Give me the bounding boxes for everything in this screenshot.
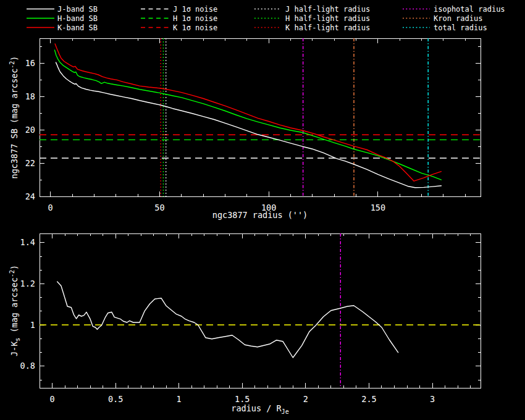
- y-axis-label: ngc3877 SB (mag arcsec-2): [9, 56, 19, 179]
- series-k-band-sb: [55, 44, 441, 181]
- y-tick-label: 1.2: [20, 279, 35, 288]
- figure: J-band SBH-band SBK-band SBJ 1σ noiseH 1…: [0, 0, 525, 420]
- legend-item-total-radius: total radius: [403, 23, 487, 32]
- y-tick-label: 1: [30, 320, 35, 330]
- series-j-ks-color: [57, 282, 398, 358]
- x-tick-label: 2: [303, 394, 308, 404]
- legend-label: H half-light radius: [285, 14, 370, 23]
- x-tick-label: 150: [371, 203, 385, 212]
- x-tick-label: 0.5: [108, 394, 123, 404]
- legend-label: J half-light radius: [285, 5, 370, 14]
- legend-item-j-band-sb: J-band SB: [27, 5, 98, 14]
- legend-item-k-band-sb: K-band SB: [27, 23, 98, 32]
- legend-item-k-1-noise: K 1σ noise: [141, 23, 217, 32]
- legend-label: K-band SB: [57, 23, 98, 32]
- legend-label: H-band SB: [57, 14, 98, 23]
- y-tick-label: 18: [25, 91, 35, 101]
- series-j-band-sb: [56, 62, 442, 188]
- legend-label: J-band SB: [57, 5, 98, 14]
- legend-item-h-half-light-radius: H half-light radius: [254, 14, 370, 23]
- y-tick-label: 22: [25, 158, 35, 168]
- legend-label: Kron radius: [434, 14, 482, 23]
- y-tick-label: 24: [25, 191, 35, 201]
- legend-label: H 1σ noise: [173, 14, 217, 23]
- y-axis-label: J-Ks (mag arcsec-2): [9, 265, 21, 356]
- top-panel: 0501001501618202224ngc3877 SB (mag arcse…: [9, 38, 481, 212]
- legend-label: total radius: [434, 23, 487, 32]
- x-tick-label: 0: [48, 203, 53, 212]
- plot-frame: [40, 233, 481, 388]
- legend-label: J 1σ noise: [173, 5, 217, 14]
- legend: J-band SBH-band SBK-band SBJ 1σ noiseH 1…: [27, 5, 505, 32]
- y-tick-label: 0.8: [20, 361, 35, 371]
- x-axis-label: radius / RJe: [231, 403, 288, 415]
- plot-frame: [40, 38, 481, 196]
- legend-item-j-half-light-radius: J half-light radius: [254, 5, 370, 14]
- legend-item-h-band-sb: H-band SB: [27, 14, 98, 23]
- legend-label: K 1σ noise: [173, 23, 217, 32]
- chart-canvas: J-band SBH-band SBK-band SBJ 1σ noiseH 1…: [0, 0, 525, 420]
- x-tick-label: 1: [177, 394, 182, 404]
- legend-item-k-half-light-radius: K half-light radius: [254, 23, 370, 32]
- y-tick-label: 16: [25, 58, 35, 68]
- legend-label: isophotal radius: [434, 5, 505, 14]
- x-tick-label: 1.5: [235, 394, 250, 404]
- y-tick-label: 20: [25, 125, 35, 135]
- legend-item-j-1-noise: J 1σ noise: [141, 5, 217, 14]
- legend-item-h-1-noise: H 1σ noise: [141, 14, 217, 23]
- top-x-axis-label: ngc3877 radius (''): [212, 210, 308, 220]
- legend-item-kron-radius: Kron radius: [403, 14, 482, 23]
- x-tick-label: 50: [154, 203, 164, 212]
- x-tick-label: 2.5: [361, 394, 376, 404]
- y-tick-label: 1.4: [20, 237, 35, 247]
- legend-item-isophotal-radius: isophotal radius: [403, 5, 505, 14]
- legend-label: K half-light radius: [285, 23, 370, 32]
- x-tick-label: 3: [430, 394, 435, 404]
- series-h-band-sb: [54, 50, 441, 180]
- x-tick-label: 0: [49, 394, 54, 404]
- bottom-panel: 00.511.522.530.811.21.4J-Ks (mag arcsec-…: [9, 233, 481, 415]
